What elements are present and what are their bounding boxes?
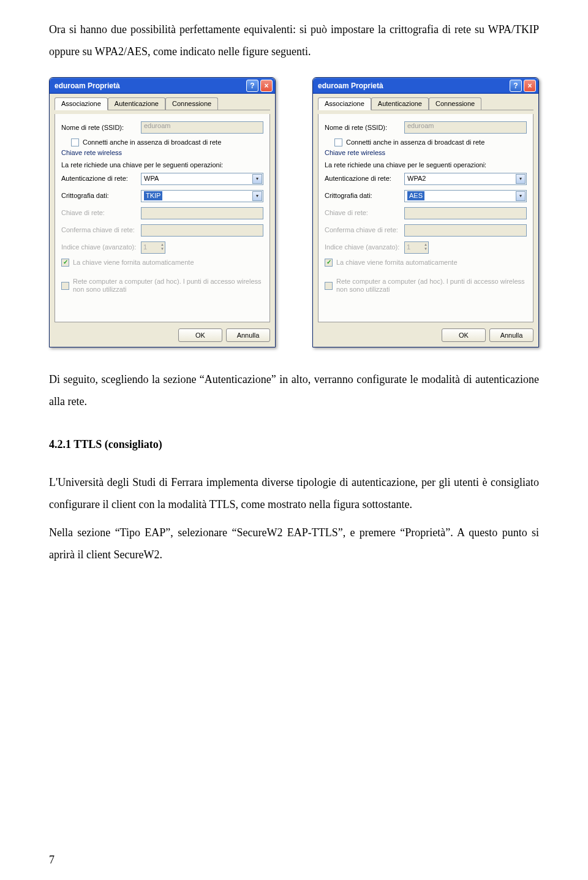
crypt-label: Crittografia dati: [61,192,141,200]
intro-paragraph: Ora si hanno due possibilità perfettamen… [49,18,539,63]
index-label: Indice chiave (avanzato): [61,243,141,251]
dialog-wpa2-aes: eduroam Proprietà ? × Associazione Auten… [312,77,539,347]
index-label: Indice chiave (avanzato): [325,243,404,251]
figures-row: eduroam Proprietà ? × Associazione Auten… [49,77,539,347]
close-icon[interactable]: × [260,80,273,92]
tabs: Associazione Autenticazione Connessione [318,97,533,110]
cancel-button[interactable]: Annulla [226,328,270,342]
index-spinner: 1 ▲▼ [141,241,165,254]
autokey-label: La chiave viene fornita automaticamente [336,259,458,267]
chevron-down-icon: ▾ [516,191,526,201]
netkey-label: Chiave di rete: [61,209,141,217]
crypt-value: AES [407,191,424,200]
auth-label: Autenticazione di rete: [61,175,141,183]
ssid-input: eduroam [404,121,527,134]
ok-button[interactable]: OK [178,328,222,342]
crypt-select[interactable]: TKIP ▾ [141,190,263,202]
tab-associazione[interactable]: Associazione [318,97,371,110]
close-icon[interactable]: × [524,80,536,92]
crypt-select[interactable]: AES ▾ [404,190,527,202]
key-subtext: La rete richiede una chiave per le segue… [61,161,263,169]
help-icon[interactable]: ? [246,80,258,92]
adhoc-label: Rete computer a computer (ad hoc). I pun… [73,278,263,294]
ssid-label: Nome di rete (SSID): [61,124,141,132]
adhoc-checkbox [61,282,69,290]
auth-select[interactable]: WPA2 ▾ [404,173,527,185]
broadcast-checkbox-label: Connetti anche in assenza di broadcast d… [83,138,221,146]
tab-autenticazione[interactable]: Autenticazione [108,97,165,110]
group-wireless-key: Chiave rete wireless [61,149,263,157]
index-spinner: 1 ▲▼ [404,241,429,254]
section-heading: 4.2.1 TTLS (consigliato) [49,433,539,455]
titlebar: eduroam Proprietà ? × [313,78,538,94]
adhoc-label: Rete computer a computer (ad hoc). I pun… [336,278,527,294]
window-title: eduroam Proprietà [318,82,383,90]
tab-connessione[interactable]: Connessione [165,97,218,110]
auth-select[interactable]: WPA ▾ [141,173,263,185]
dialog-wpa-tkip: eduroam Proprietà ? × Associazione Auten… [49,77,276,347]
crypt-label: Crittografia dati: [325,192,404,200]
crypt-value: TKIP [144,191,162,200]
ok-button[interactable]: OK [442,328,486,342]
key-subtext: La rete richiede una chiave per le segue… [325,161,527,169]
adhoc-checkbox [325,282,333,290]
netkey-input [141,207,263,219]
ssid-label: Nome di rete (SSID): [325,124,404,132]
page-number: 7 [49,854,55,865]
netkey-input [404,207,527,219]
broadcast-checkbox[interactable] [334,138,342,146]
window-title: eduroam Proprietà [55,82,120,90]
confirm-label: Conferma chiave di rete: [325,226,404,234]
ssid-input: eduroam [141,121,263,134]
chevron-down-icon: ▾ [252,174,262,184]
netkey-label: Chiave di rete: [325,209,404,217]
tab-connessione[interactable]: Connessione [429,97,481,110]
auth-label: Autenticazione di rete: [325,175,404,183]
auth-value: WPA [144,175,159,183]
mid-paragraph: Di seguito, scegliendo la sezione “Auten… [49,368,539,412]
body-paragraph-1: L'Università degli Studi di Ferrara impl… [49,471,539,515]
autokey-checkbox: ✓ [325,259,333,267]
auth-value: WPA2 [407,175,426,183]
help-icon[interactable]: ? [510,80,522,92]
tab-autenticazione[interactable]: Autenticazione [371,97,429,110]
tab-associazione[interactable]: Associazione [55,97,108,110]
chevron-down-icon: ▾ [252,191,262,201]
broadcast-checkbox[interactable] [71,138,79,146]
confirm-label: Conferma chiave di rete: [61,226,141,234]
autokey-label: La chiave viene fornita automaticamente [73,259,194,267]
broadcast-checkbox-label: Connetti anche in assenza di broadcast d… [346,138,484,146]
confirm-input [141,224,263,237]
tabs: Associazione Autenticazione Connessione [55,97,270,110]
cancel-button[interactable]: Annulla [489,328,533,342]
body-paragraph-2: Nella sezione “Tipo EAP”, selezionare “S… [49,522,539,566]
confirm-input [404,224,527,237]
chevron-down-icon: ▾ [516,174,526,184]
autokey-checkbox: ✓ [61,259,69,267]
titlebar: eduroam Proprietà ? × [50,78,275,94]
group-wireless-key: Chiave rete wireless [325,149,527,157]
